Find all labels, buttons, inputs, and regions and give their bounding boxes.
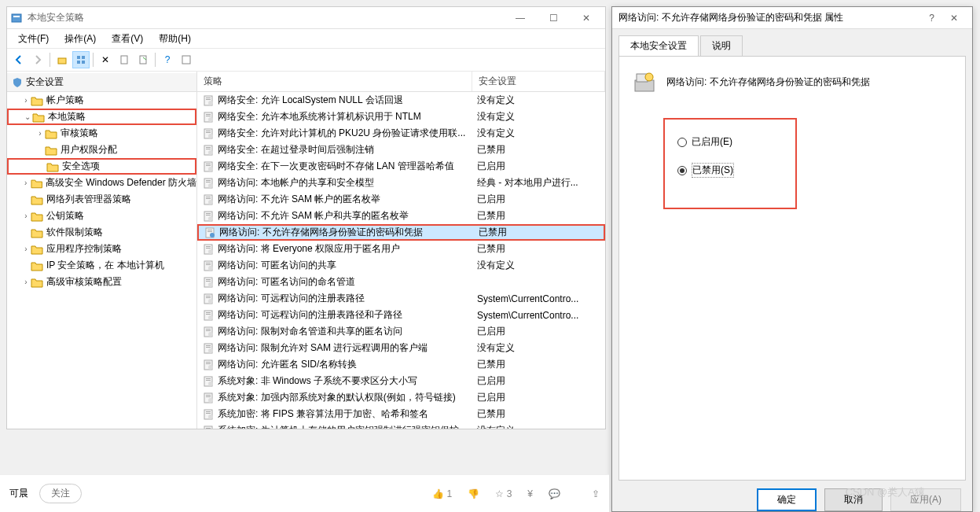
list-row[interactable]: 网络访问: 可远程访问的注册表路径和子路径 System\CurrentCont… xyxy=(197,307,605,323)
up-button[interactable] xyxy=(53,51,71,68)
folder-icon xyxy=(31,178,42,189)
dialog-help-button[interactable]: ? xyxy=(921,13,942,24)
menu-help[interactable]: 帮助(H) xyxy=(152,31,197,47)
tree-item[interactable]: IP 安全策略，在 本地计算机 xyxy=(7,257,196,274)
svg-rect-48 xyxy=(206,248,211,249)
maximize-button[interactable]: ☐ xyxy=(538,9,569,28)
tab-local-security[interactable]: 本地安全设置 xyxy=(618,35,699,56)
list-row[interactable]: 网络安全: 允许 LocalSystem NULL 会话回退 没有定义 xyxy=(197,92,605,109)
svg-point-89 xyxy=(208,414,213,419)
policy-setting: 已禁用 xyxy=(472,242,605,256)
policy-icon xyxy=(202,309,215,322)
menu-action[interactable]: 操作(A) xyxy=(58,31,102,47)
dislike-button[interactable]: 👎 xyxy=(468,488,479,499)
svg-point-17 xyxy=(208,117,213,122)
tree-root[interactable]: 安全设置 xyxy=(7,73,196,92)
minimize-button[interactable]: — xyxy=(505,9,536,28)
list-row[interactable]: 网络安全: 在下一次更改密码时不存储 LAN 管理器哈希值 已启用 xyxy=(197,158,605,175)
column-policy[interactable]: 策略 xyxy=(197,72,472,91)
folder-icon xyxy=(31,211,43,222)
follow-button[interactable]: 关注 xyxy=(39,484,82,503)
reward-button[interactable]: ¥ xyxy=(527,488,533,499)
dialog-close-button[interactable]: ✕ xyxy=(942,13,966,24)
menu-file[interactable]: 文件(F) xyxy=(12,31,55,47)
tree-item[interactable]: › 审核策略 xyxy=(7,125,196,142)
svg-rect-75 xyxy=(206,362,211,363)
tree-item[interactable]: 软件限制策略 xyxy=(7,224,196,241)
svg-rect-79 xyxy=(206,378,211,379)
list-row[interactable]: 网络访问: 允许匿名 SID/名称转换 已禁用 xyxy=(197,356,605,373)
list-row[interactable]: 网络访问: 将 Everyone 权限应用于匿名用户 已禁用 xyxy=(197,241,605,257)
list-row[interactable]: 网络访问: 可匿名访问的命名管道 xyxy=(197,274,605,290)
list-row[interactable]: 系统对象: 加强内部系统对象的默认权限(例如，符号链接) 已启用 xyxy=(197,389,605,406)
like-button[interactable]: 👍 1 xyxy=(432,488,452,499)
svg-rect-72 xyxy=(206,347,211,348)
tree-item[interactable]: › 应用程序控制策略 xyxy=(7,241,196,257)
svg-rect-68 xyxy=(206,330,211,331)
refresh-button[interactable] xyxy=(178,51,195,68)
list-row[interactable]: 网络安全: 在超过登录时间后强制注销 已禁用 xyxy=(197,142,605,158)
export-button[interactable] xyxy=(134,51,152,68)
tree-item[interactable]: 用户权限分配 xyxy=(7,142,196,158)
folder-icon xyxy=(31,260,43,271)
policy-name: 网络安全: 允许对此计算机的 PKU2U 身份验证请求使用联... xyxy=(218,127,465,140)
properties-button[interactable] xyxy=(116,51,133,68)
svg-rect-51 xyxy=(206,263,211,263)
list-row[interactable]: 系统加密: 为计算机上存储的用户密钥强制进行强密钥保护 没有定义 xyxy=(197,422,605,429)
list-row[interactable]: 系统对象: 非 Windows 子系统不要求区分大小写 已启用 xyxy=(197,373,605,389)
tree-item[interactable]: › 帐户策略 xyxy=(7,92,196,109)
help-icon[interactable]: ? xyxy=(159,51,176,68)
list-row[interactable]: 网络访问: 不允许 SAM 帐户的匿名枚举 已启用 xyxy=(197,191,605,208)
menu-view[interactable]: 查看(V) xyxy=(105,31,149,47)
list-row[interactable]: 网络访问: 可远程访问的注册表路径 System\CurrentContro..… xyxy=(197,290,605,307)
tree-item[interactable]: 网络列表管理器策略 xyxy=(7,191,196,208)
comment-button[interactable]: 💬 xyxy=(549,488,560,499)
radio-disabled[interactable]: 已禁用(S) xyxy=(677,163,783,178)
radio-enabled[interactable]: 已启用(E) xyxy=(677,135,783,149)
policy-icon xyxy=(202,359,215,371)
list-row[interactable]: 网络访问: 不允许存储网络身份验证的密码和凭据 已禁用 xyxy=(197,224,605,241)
forward-button[interactable] xyxy=(29,51,46,68)
policy-name: 网络访问: 允许匿名 SID/名称转换 xyxy=(218,358,357,371)
policy-icon xyxy=(202,408,215,421)
back-button[interactable] xyxy=(10,51,28,68)
policy-icon xyxy=(202,276,215,289)
tree-item[interactable]: ⌄ 本地策略 xyxy=(7,109,196,125)
view-list-button[interactable] xyxy=(72,51,90,68)
tree-item[interactable]: › 公钥策略 xyxy=(7,208,196,224)
tree-item-label: 网络列表管理器策略 xyxy=(46,193,131,206)
author-label: 可晨 xyxy=(9,487,28,500)
ok-button[interactable]: 确定 xyxy=(757,488,817,511)
titlebar: 本地安全策略 — ☐ ✕ xyxy=(7,7,605,29)
policy-name: 网络访问: 将 Everyone 权限应用于匿名用户 xyxy=(218,242,400,256)
policy-name: 系统加密: 将 FIPS 兼容算法用于加密、哈希和签名 xyxy=(218,407,428,421)
list-row[interactable]: 网络访问: 本地帐户的共享和安全模型 经典 - 对本地用户进行... xyxy=(197,175,605,191)
policy-icon xyxy=(202,342,215,355)
delete-button[interactable]: ✕ xyxy=(97,51,114,68)
list-row[interactable]: 网络访问: 不允许 SAM 帐户和共享的匿名枚举 已禁用 xyxy=(197,208,605,224)
chevron-icon: › xyxy=(21,212,31,220)
tab-explain[interactable]: 说明 xyxy=(700,35,743,56)
close-button[interactable]: ✕ xyxy=(571,9,602,28)
star-button[interactable]: ☆ 3 xyxy=(495,488,512,499)
tree-item[interactable]: › 高级安全 Windows Defender 防火墙 xyxy=(7,175,196,191)
column-setting[interactable]: 安全设置 xyxy=(472,72,605,91)
svg-rect-71 xyxy=(206,345,211,346)
policy-name: 系统对象: 非 Windows 子系统不要求区分大小写 xyxy=(218,374,417,388)
tree-item[interactable]: › 高级审核策略配置 xyxy=(7,274,196,290)
svg-point-25 xyxy=(208,150,213,155)
list-row[interactable]: 系统加密: 将 FIPS 兼容算法用于加密、哈希和签名 已禁用 xyxy=(197,406,605,422)
list-row[interactable]: 网络安全: 允许对此计算机的 PKU2U 身份验证请求使用联... 没有定义 xyxy=(197,125,605,142)
svg-rect-15 xyxy=(206,114,211,115)
policy-setting: 没有定义 xyxy=(472,110,605,123)
list-panel: 策略 安全设置 网络安全: 允许 LocalSystem NULL 会话回退 没… xyxy=(197,72,605,429)
tree-item[interactable]: 安全选项 xyxy=(7,158,196,175)
policy-setting: 没有定义 xyxy=(472,341,605,355)
list-row[interactable]: 网络访问: 限制对命名管道和共享的匿名访问 已启用 xyxy=(197,323,605,340)
share-button[interactable]: ⇪ xyxy=(592,488,600,499)
list-row[interactable]: 网络访问: 限制允许对 SAM 进行远程调用的客户端 没有定义 xyxy=(197,340,605,356)
policy-name: 网络安全: 在下一次更改密码时不存储 LAN 管理器哈希值 xyxy=(218,160,454,173)
list-row[interactable]: 网络访问: 可匿名访问的共享 没有定义 xyxy=(197,257,605,274)
tree-item-label: 安全选项 xyxy=(62,160,100,173)
list-row[interactable]: 网络安全: 允许本地系统将计算机标识用于 NTLM 没有定义 xyxy=(197,109,605,125)
